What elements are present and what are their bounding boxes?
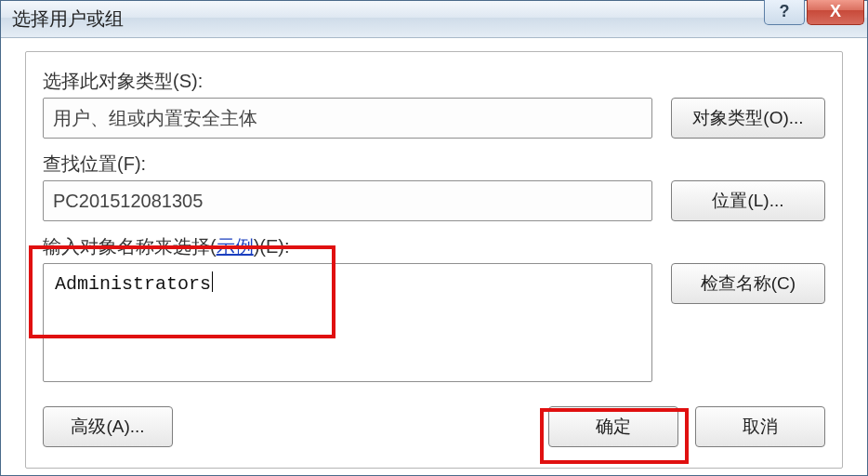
object-type-field: 用户、组或内置安全主体 [43, 98, 652, 139]
window-title: 选择用户或组 [12, 7, 124, 32]
titlebar: 选择用户或组 ? X [1, 1, 867, 38]
help-icon: ? [780, 2, 790, 21]
locations-button[interactable]: 位置(L)... [671, 180, 825, 221]
cancel-button[interactable]: 取消 [695, 406, 825, 447]
location-label: 查找位置(F): [43, 152, 825, 177]
inner-frame: 选择此对象类型(S): 用户、组或内置安全主体 对象类型(O)... 查找位置(… [25, 51, 843, 469]
examples-link[interactable]: 示例 [217, 236, 254, 257]
window-controls: ? X [764, 0, 864, 25]
object-names-value: Administrators [55, 273, 213, 295]
location-field: PC201512081305 [43, 180, 652, 221]
client-area: 选择此对象类型(S): 用户、组或内置安全主体 对象类型(O)... 查找位置(… [1, 38, 867, 476]
object-type-value: 用户、组或内置安全主体 [53, 106, 257, 131]
object-names-input[interactable]: Administrators [43, 263, 652, 382]
names-label: 输入对象名称来选择(示例)(E): [43, 234, 825, 259]
close-icon: X [830, 2, 841, 21]
location-value: PC201512081305 [53, 191, 203, 212]
ok-button[interactable]: 确定 [548, 406, 678, 447]
check-names-button[interactable]: 检查名称(C) [671, 263, 825, 304]
advanced-button[interactable]: 高级(A)... [43, 406, 173, 447]
object-types-button[interactable]: 对象类型(O)... [671, 98, 825, 139]
dialog-window: 选择用户或组 ? X 选择此对象类型(S): 用户、组或内置安全主体 对象类型(… [0, 0, 868, 476]
dialog-buttons: 高级(A)... 确定 取消 [43, 406, 825, 447]
help-button[interactable]: ? [764, 0, 805, 25]
close-button[interactable]: X [807, 0, 864, 25]
object-type-label: 选择此对象类型(S): [43, 69, 825, 94]
